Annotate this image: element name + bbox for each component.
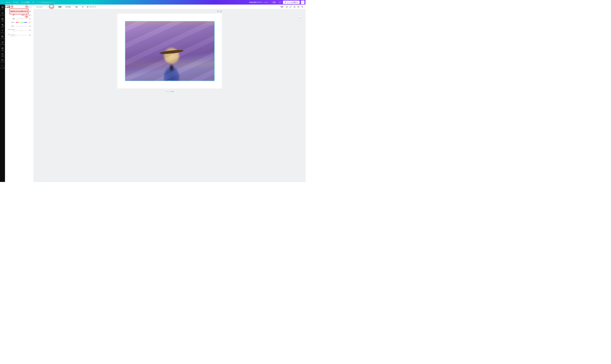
slider-1: 明暗62 — [7, 14, 32, 16]
side-elements[interactable]: 素材 — [0, 23, 5, 29]
svg-rect-22 — [287, 7, 287, 7]
slider-value: -6 — [28, 29, 32, 31]
svg-point-12 — [3, 42, 3, 43]
transparency-icon[interactable] — [286, 6, 288, 8]
slider-track[interactable] — [16, 35, 27, 35]
back-icon[interactable] — [1, 1, 3, 3]
side-label: テンプレ… — [0, 9, 5, 10]
slider-thumb[interactable] — [21, 22, 22, 23]
slider-thumb[interactable] — [20, 30, 22, 31]
side-templates[interactable]: テンプレ… — [0, 5, 5, 11]
side-label: フォルダー — [0, 61, 5, 63]
svg-rect-23 — [286, 7, 287, 8]
reset-button[interactable]: リセット — [26, 6, 32, 8]
crop-button[interactable]: 切り抜き — [65, 5, 72, 8]
slider-thumb[interactable] — [15, 35, 16, 36]
svg-point-11 — [2, 43, 2, 43]
effect-button[interactable]: エフェクト — [36, 5, 44, 8]
side-background[interactable]: 背景 — [0, 52, 5, 58]
slider-track[interactable] — [16, 30, 27, 31]
design-title[interactable]: 名称未設定のデザイン - カード — [249, 1, 268, 3]
adjust-button[interactable]: 調整 — [58, 5, 62, 8]
play-icon — [87, 6, 89, 8]
resize-handle-ml[interactable] — [125, 50, 125, 52]
slider-thumb[interactable] — [21, 25, 22, 27]
design-page[interactable] — [117, 13, 222, 89]
slider-thumb[interactable] — [24, 14, 26, 16]
side-text[interactable]: テキスト — [0, 29, 5, 35]
resize-handle-tl[interactable] — [125, 21, 126, 22]
slider-3: 色合い0 — [7, 21, 32, 24]
animate-button[interactable]: アニメート — [87, 6, 96, 8]
top-bar: ホーム ファイル サイズを変更 すべての変更は保存されました 名称未設定のデザイ… — [0, 0, 306, 5]
save-status: すべての変更は保存されました — [37, 1, 55, 3]
resize-handle-br[interactable] — [214, 80, 214, 81]
svg-point-16 — [3, 66, 3, 66]
add-page-icon[interactable] — [220, 10, 222, 12]
side-audio[interactable]: オーディオ — [0, 40, 5, 46]
side-label: 動画 — [1, 50, 3, 51]
slider-value: 0 — [28, 25, 32, 27]
home-link[interactable]: ホーム — [6, 1, 10, 3]
flip-button[interactable]: 反転 — [75, 5, 79, 8]
side-styles[interactable]: スタイル — [0, 35, 5, 40]
side-label: 素材 — [1, 26, 3, 28]
resize-handle-mr[interactable] — [214, 50, 214, 52]
slider-value: 0 — [28, 34, 32, 36]
share-button[interactable]: 共有 — [271, 1, 277, 4]
slider-label: ビネットコントロール — [7, 34, 16, 37]
slider-label: ぼかし — [7, 25, 16, 27]
file-menu[interactable]: ファイル — [13, 1, 18, 3]
filter-button[interactable]: フィルター — [47, 5, 55, 8]
slider-thumb[interactable] — [22, 11, 24, 12]
undo-icon[interactable] — [32, 1, 35, 3]
slider-6: ビネットコントロール0 — [7, 33, 32, 37]
copy-icon[interactable] — [297, 6, 300, 8]
position-button[interactable]: 配置 — [280, 5, 284, 8]
selected-image[interactable] — [125, 21, 214, 81]
panel-title: 調整 — [7, 6, 11, 8]
print-button[interactable]: カードを印刷する — [283, 1, 300, 4]
more-menu[interactable] — [301, 1, 305, 4]
slider-2: 彩度3 — [7, 18, 32, 20]
adjust-panel: 調整 リセット 明るさ30明暗62彩度3色合い0ぼかし0クロスプロセス-6ビネッ… — [5, 5, 34, 182]
side-upload[interactable]: アップロ… — [0, 11, 5, 17]
lock-icon[interactable] — [293, 6, 296, 8]
svg-point-15 — [2, 66, 3, 66]
download-button[interactable] — [278, 1, 282, 4]
slider-value: 62 — [28, 14, 32, 16]
resize-button[interactable]: サイズを変更 — [21, 1, 29, 3]
svg-rect-3 — [2, 7, 2, 8]
info-icon[interactable] — [81, 6, 84, 8]
resize-handle-tm[interactable] — [169, 21, 171, 22]
slider-thumb[interactable] — [21, 18, 22, 20]
trash-icon[interactable] — [301, 6, 304, 8]
side-video[interactable]: 動画 — [0, 46, 5, 52]
svg-rect-26 — [298, 7, 299, 8]
canvas-area[interactable]: + ページを追加 — [34, 9, 306, 182]
animate-label: アニメート — [89, 6, 96, 8]
slider-track[interactable] — [16, 19, 27, 19]
slider-track[interactable] — [16, 15, 27, 15]
slider-track[interactable] — [16, 26, 27, 26]
slider-label: 色合い — [7, 22, 16, 23]
resize-handle-bl[interactable] — [125, 80, 126, 81]
rotate-handle[interactable] — [168, 91, 171, 93]
slider-label: クロスプロセス — [7, 29, 16, 32]
side-folder[interactable]: フォルダー — [0, 58, 5, 64]
side-label: オーディオ — [0, 44, 5, 45]
svg-rect-27 — [218, 11, 219, 12]
slider-0: 明るさ30 — [7, 10, 32, 13]
slider-track[interactable] — [16, 22, 27, 23]
svg-point-1 — [303, 2, 303, 3]
refresh-fab[interactable] — [299, 16, 303, 20]
resize-handle-tr[interactable] — [214, 21, 214, 22]
slider-track[interactable] — [16, 11, 27, 12]
print-label: カードを印刷する — [287, 1, 298, 3]
resize-handle-bm[interactable] — [169, 81, 171, 81]
side-more[interactable]: もっと見る — [0, 64, 5, 70]
link-icon[interactable] — [290, 6, 292, 8]
side-photos[interactable]: 写真 — [0, 17, 5, 23]
slider-value: 30 — [28, 10, 32, 12]
duplicate-page-icon[interactable] — [217, 10, 219, 12]
